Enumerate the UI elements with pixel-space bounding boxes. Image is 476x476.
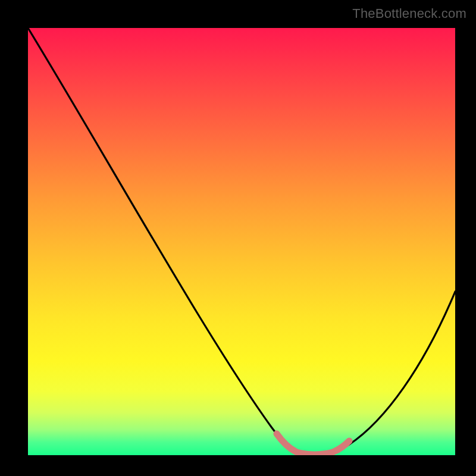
chart-frame: TheBottleneck.com	[0, 0, 476, 476]
heat-gradient-background	[28, 28, 455, 455]
plot-area	[28, 28, 455, 455]
watermark-text: TheBottleneck.com	[352, 6, 466, 21]
